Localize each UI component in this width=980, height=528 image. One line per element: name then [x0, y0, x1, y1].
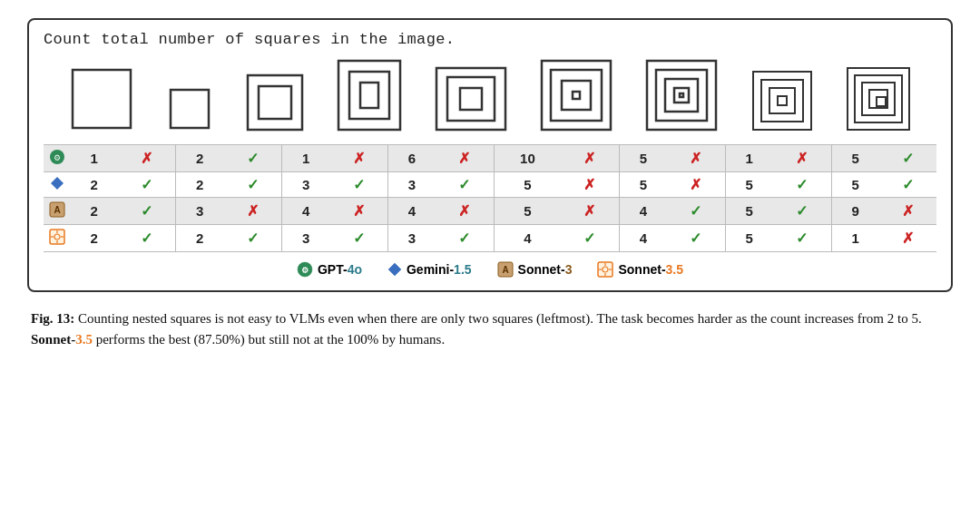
result-num: 2	[176, 145, 224, 172]
check-mark: ✓	[773, 198, 831, 225]
checkmark: ✓	[796, 230, 808, 246]
svg-rect-8	[447, 77, 495, 121]
icon-cell: ⚙	[44, 145, 71, 172]
cross-mark: ✗	[436, 145, 494, 172]
check-mark: ✓	[329, 225, 387, 252]
svg-rect-20	[761, 80, 803, 122]
checkmark: ✓	[902, 177, 914, 192]
gpt4o-icon: ⚙	[297, 261, 313, 278]
svg-rect-21	[769, 88, 795, 113]
svg-rect-25	[862, 83, 895, 115]
squares-display	[44, 59, 936, 132]
result-num: 5	[725, 172, 773, 198]
checkmark: ✓	[583, 230, 595, 246]
result-num: 2	[71, 198, 117, 225]
legend: ⚙ GPT-4o Gemini-1.5 A Sonnet-3	[44, 261, 936, 278]
svg-rect-23	[848, 68, 909, 130]
checkmark: ✓	[141, 203, 152, 219]
square-1	[69, 66, 134, 132]
icon-cell	[44, 172, 71, 198]
checkmark: ✓	[690, 230, 701, 246]
result-num: 1	[831, 225, 879, 252]
svg-text:⚙: ⚙	[54, 153, 61, 162]
checkmark: ✓	[247, 151, 259, 166]
svg-rect-15	[656, 70, 707, 121]
check-mark: ✓	[436, 225, 494, 252]
result-num: 10	[494, 145, 561, 172]
cross-mark: ✗	[223, 198, 281, 225]
check-mark: ✓	[773, 172, 831, 198]
svg-rect-2	[248, 75, 302, 130]
check-mark: ✓	[667, 198, 725, 225]
crossmark: ✗	[902, 203, 914, 219]
result-num: 5	[619, 145, 667, 172]
icon-cell: A	[44, 198, 71, 225]
checkmark: ✓	[141, 230, 152, 246]
crossmark: ✗	[690, 177, 701, 192]
crossmark: ✗	[458, 203, 470, 219]
checkmark: ✓	[458, 230, 470, 246]
check-mark: ✓	[436, 172, 494, 198]
checkmark: ✓	[796, 203, 808, 219]
svg-rect-10	[542, 61, 611, 130]
crossmark: ✗	[796, 151, 808, 166]
checkmark: ✓	[247, 177, 259, 192]
svg-marker-30	[51, 177, 64, 190]
icon-cell	[44, 225, 71, 252]
checkmark: ✓	[353, 230, 365, 246]
crossmark: ✗	[247, 203, 259, 219]
result-num: 5	[494, 172, 561, 198]
result-num: 4	[619, 198, 667, 225]
figure-caption: Fig. 13: Counting nested squares is not …	[27, 308, 953, 351]
svg-rect-16	[665, 79, 698, 112]
crossmark: ✗	[141, 151, 152, 166]
crossmark: ✗	[583, 203, 595, 219]
figure-title: Count total number of squares in the ima…	[44, 31, 936, 48]
sonnet35-highlight: Sonnet-3.5	[31, 332, 93, 347]
cross-mark: ✗	[879, 198, 936, 225]
crossmark: ✗	[353, 203, 365, 219]
svg-marker-41	[388, 263, 401, 276]
result-num: 1	[71, 145, 117, 172]
result-num: 3	[387, 225, 436, 252]
caption-text1: Counting nested squares is not easy to V…	[78, 311, 922, 326]
square-5	[435, 66, 507, 132]
svg-rect-17	[674, 88, 689, 103]
checkmark: ✓	[353, 177, 365, 192]
svg-text:A: A	[502, 265, 508, 275]
svg-rect-18	[680, 93, 683, 97]
check-mark: ✓	[561, 225, 619, 252]
caption-text2: performs the best (87.50%) but still not…	[93, 332, 445, 347]
check-mark: ✓	[667, 225, 725, 252]
svg-rect-9	[460, 88, 482, 110]
square-9	[846, 66, 911, 132]
svg-text:⚙: ⚙	[301, 266, 309, 275]
result-num: 5	[619, 172, 667, 198]
svg-rect-11	[551, 70, 602, 121]
square-6	[540, 59, 612, 132]
result-num: 3	[282, 225, 330, 252]
check-mark: ✓	[117, 172, 175, 198]
result-num: 5	[494, 198, 561, 225]
check-mark: ✓	[223, 225, 281, 252]
result-num: 2	[176, 225, 224, 252]
result-num: 5	[725, 225, 773, 252]
cross-mark: ✗	[329, 198, 387, 225]
result-num: 3	[176, 198, 224, 225]
square-7	[645, 59, 718, 132]
check-mark: ✓	[223, 172, 281, 198]
result-num: 6	[387, 145, 436, 172]
cross-mark: ✗	[667, 172, 725, 198]
checkmark: ✓	[796, 177, 808, 192]
square-3	[246, 73, 304, 132]
cross-mark: ✗	[773, 145, 831, 172]
result-num: 4	[619, 225, 667, 252]
legend-gpt4o: ⚙ GPT-4o	[297, 261, 362, 278]
result-num: 3	[282, 172, 330, 198]
result-num: 2	[71, 225, 117, 252]
result-num: 4	[387, 198, 436, 225]
crossmark: ✗	[583, 151, 595, 166]
svg-text:A: A	[54, 205, 60, 215]
svg-rect-0	[73, 70, 131, 128]
legend-gemini-label: Gemini-1.5	[407, 262, 472, 277]
